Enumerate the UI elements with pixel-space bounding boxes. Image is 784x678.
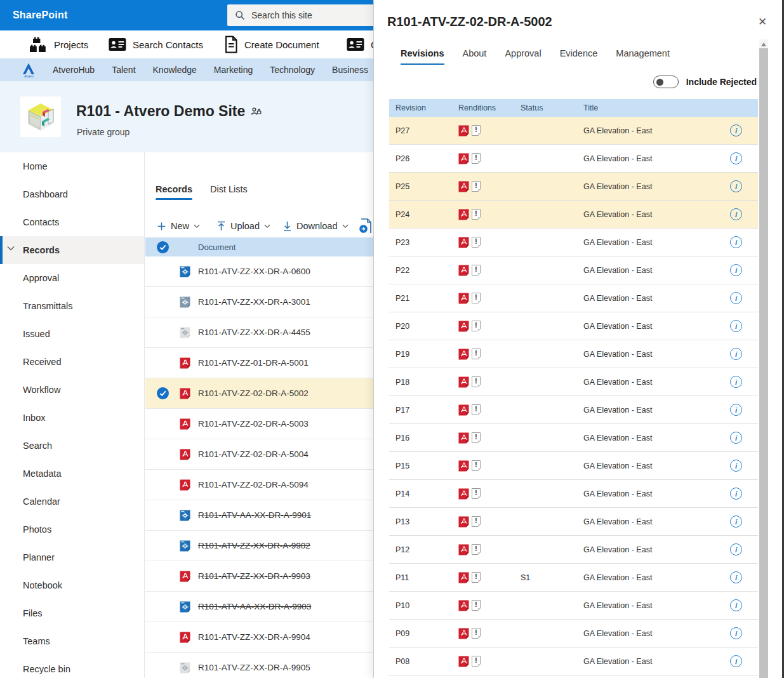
promote-document-button[interactable] (357, 217, 373, 235)
document-name[interactable]: R101-ATV-ZZ-XX-DR-A-9902 (198, 541, 310, 550)
info-icon[interactable]: i (730, 124, 742, 136)
column-header-revision[interactable]: Revision (395, 103, 458, 112)
pdf-rendition-icon[interactable] (458, 376, 469, 388)
pdf-rendition-icon[interactable] (458, 628, 469, 639)
pdf-rendition-icon[interactable] (458, 293, 469, 304)
info-icon[interactable]: i (730, 627, 742, 639)
column-header-status[interactable]: Status (521, 103, 583, 112)
scroll-up-arrow-icon[interactable] (761, 43, 766, 46)
document-row[interactable]: R101-ATV-ZZ-XX-DR-A-9905 (145, 653, 373, 678)
document-row[interactable]: R101-ATV-AA-XX-DR-A-9903 (145, 592, 373, 622)
native-rendition-icon[interactable] (472, 349, 481, 359)
document-name[interactable]: R101-ATV-AA-XX-DR-A-9903 (198, 602, 311, 611)
native-rendition-icon[interactable] (472, 181, 481, 192)
sidebar-item-received[interactable]: Received (0, 348, 144, 376)
nav-link-marketing[interactable]: Marketing (214, 65, 253, 75)
sidebar-item-workflow[interactable]: Workflow (0, 376, 144, 404)
document-name[interactable]: R101-ATV-ZZ-02-DR-A-5002 (198, 389, 309, 398)
document-row[interactable]: R101-ATV-ZZ-XX-DR-A-4455 (145, 317, 373, 348)
document-row[interactable]: R101-ATV-ZZ-02-DR-A-5004 (145, 439, 373, 470)
native-rendition-icon[interactable] (472, 376, 481, 387)
native-rendition-icon[interactable] (472, 600, 481, 611)
revision-row[interactable]: P18GA Elevation - Easti (389, 368, 758, 396)
document-name[interactable]: R101-ATV-ZZ-XX-DR-A-0600 (198, 267, 310, 276)
pdf-rendition-icon[interactable] (458, 209, 469, 220)
document-name[interactable]: R101-ATV-ZZ-XX-DR-A-3001 (198, 297, 310, 307)
nav-link-business[interactable]: Business (332, 65, 368, 75)
tab-approval[interactable]: Approval (505, 48, 541, 65)
document-name[interactable]: R101-ATV-ZZ-XX-DR-A-9903 (198, 571, 310, 581)
native-rendition-icon[interactable] (472, 544, 481, 555)
pdf-rendition-icon[interactable] (458, 265, 469, 276)
projects-button[interactable]: Projects (28, 30, 88, 58)
sidebar-item-contacts[interactable]: Contacts (0, 208, 144, 236)
revision-row[interactable]: P14GA Elevation - Easti (389, 480, 758, 508)
document-row[interactable]: R101-ATV-ZZ-01-DR-A-5001 (145, 348, 373, 378)
document-row[interactable]: R101-ATV-ZZ-XX-DR-A-9902 (145, 531, 373, 561)
native-rendition-icon[interactable] (472, 293, 481, 303)
revision-row[interactable]: P20GA Elevation - Easti (389, 312, 758, 340)
native-rendition-icon[interactable] (472, 265, 481, 276)
pdf-rendition-icon[interactable] (458, 404, 469, 416)
native-rendition-icon[interactable] (472, 516, 481, 527)
pdf-rendition-icon[interactable] (458, 432, 469, 444)
document-row[interactable]: R101-ATV-ZZ-02-DR-A-5002 (145, 378, 373, 409)
document-name[interactable]: R101-ATV-ZZ-02-DR-A-5094 (198, 480, 309, 489)
info-icon[interactable]: i (730, 208, 742, 220)
search-contacts-button[interactable]: Search Contacts (108, 30, 203, 58)
tab-about[interactable]: About (463, 48, 487, 65)
native-rendition-icon[interactable] (472, 209, 481, 220)
nav-link-technology[interactable]: Technology (270, 65, 315, 75)
revision-row[interactable]: P22GA Elevation - Easti (389, 256, 758, 284)
pdf-rendition-icon[interactable] (458, 153, 469, 164)
pdf-rendition-icon[interactable] (458, 516, 469, 528)
native-rendition-icon[interactable] (472, 125, 481, 136)
document-row[interactable]: R101-ATV-ZZ-XX-DR-A-9904 (145, 622, 373, 653)
info-icon[interactable]: i (730, 292, 742, 304)
tab-revisions[interactable]: Revisions (401, 48, 444, 65)
column-header-title[interactable]: Title (583, 103, 730, 112)
document-name[interactable]: R101-ATV-ZZ-XX-DR-A-4455 (198, 328, 310, 337)
revision-row[interactable]: P25GA Elevation - Easti (389, 173, 758, 201)
revision-row[interactable]: P10GA Elevation - Easti (389, 592, 758, 620)
document-name[interactable]: R101-ATV-ZZ-01-DR-A-5001 (198, 358, 309, 368)
native-rendition-icon[interactable] (472, 488, 481, 499)
info-icon[interactable]: i (730, 655, 742, 667)
info-icon[interactable]: i (730, 488, 742, 500)
info-icon[interactable]: i (730, 376, 742, 388)
pdf-rendition-icon[interactable] (458, 181, 469, 192)
document-row[interactable]: R101-ATV-AA-XX-DR-A-9901 (145, 500, 373, 531)
info-icon[interactable]: i (730, 460, 742, 472)
pdf-rendition-icon[interactable] (458, 321, 469, 332)
revision-row[interactable]: P24GA Elevation - Easti (389, 201, 758, 229)
revision-row[interactable]: P19GA Elevation - Easti (389, 340, 758, 368)
sidebar-item-planner[interactable]: Planner (0, 543, 144, 571)
native-rendition-icon[interactable] (472, 572, 481, 583)
sidebar-item-recycle-bin[interactable]: Recycle bin (0, 655, 144, 678)
pdf-rendition-icon[interactable] (458, 544, 469, 555)
info-icon[interactable]: i (730, 432, 742, 444)
document-row[interactable]: R101-ATV-ZZ-02-DR-A-5003 (145, 409, 373, 439)
tab-records[interactable]: Records (156, 184, 192, 200)
sidebar-item-metadata[interactable]: Metadata (0, 460, 144, 488)
sidebar-item-files[interactable]: Files (0, 599, 144, 627)
column-header-renditions[interactable]: Renditions (458, 103, 521, 112)
close-icon[interactable]: ✕ (756, 15, 769, 28)
revision-row[interactable]: P21GA Elevation - Easti (389, 284, 758, 312)
sidebar-item-records[interactable]: Records (0, 236, 144, 264)
create-document-button[interactable]: Create Document (223, 30, 319, 58)
document-row[interactable]: R101-ATV-ZZ-XX-DR-A-9903 (145, 561, 373, 592)
revision-row[interactable]: P08GA Elevation - Easti (389, 648, 758, 675)
revision-row[interactable]: P26GA Elevation - Easti (389, 145, 758, 173)
revision-row[interactable]: P15GA Elevation - Easti (389, 452, 758, 480)
sidebar-item-calendar[interactable]: Calendar (0, 488, 144, 515)
native-rendition-icon[interactable] (472, 628, 481, 639)
revision-row[interactable]: P11S1GA Elevation - Easti (389, 564, 758, 592)
native-rendition-icon[interactable] (472, 404, 481, 415)
info-icon[interactable]: i (730, 404, 742, 416)
info-icon[interactable]: i (730, 264, 742, 276)
pdf-rendition-icon[interactable] (458, 460, 469, 472)
revision-row[interactable]: P12GA Elevation - Easti (389, 536, 758, 564)
scrollbar-thumb[interactable] (759, 48, 768, 678)
info-icon[interactable]: i (730, 236, 742, 248)
